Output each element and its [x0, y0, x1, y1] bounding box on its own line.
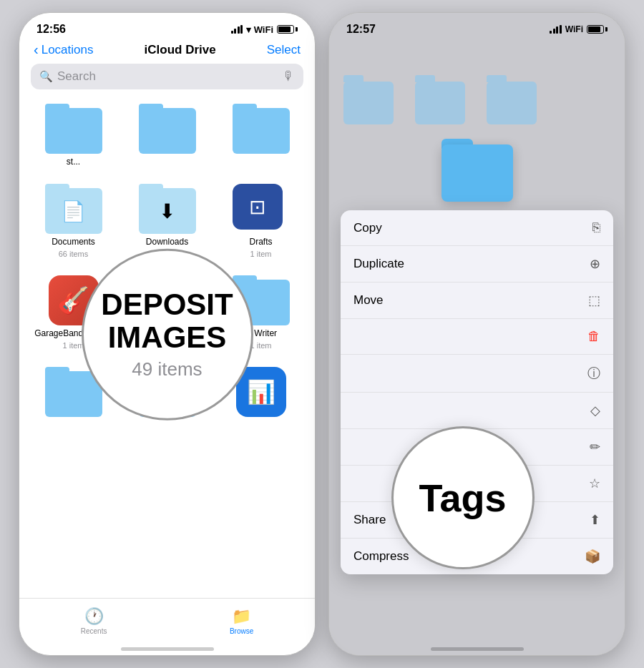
drafts-icon: ⊡ [233, 184, 290, 234]
search-icon: 🔍 [39, 70, 53, 83]
wifi-icon-right: WiFi [565, 24, 583, 34]
time-left: 12:56 [36, 23, 66, 36]
menu-item-info[interactable]: ⓘ [341, 355, 613, 393]
move-label: Move [353, 293, 384, 308]
battery-icon [277, 25, 298, 34]
list-item[interactable]: ⬇ Downloads 50 items [125, 184, 210, 258]
list-item[interactable] [218, 104, 303, 167]
keynote-icon: 📊 [236, 367, 286, 417]
status-icons-right: WiFi [550, 24, 608, 34]
documents-icon: 📄 [45, 184, 102, 234]
nav-bar-left: ‹ Locations iCloud Drive Select [19, 39, 315, 64]
menu-item-delete[interactable]: 🗑 [341, 319, 613, 355]
status-bar-left: 12:56 ▾ WiFi [19, 13, 315, 39]
tags-circle: Tags [391, 426, 535, 569]
folder-icon [139, 104, 196, 154]
magnify-count: 49 items [132, 358, 202, 380]
back-button[interactable]: ‹ Locations [34, 41, 93, 58]
tab-bar: 🕐 Recents 📁 Browse [19, 598, 315, 638]
trash-icon: 🗑 [587, 329, 600, 344]
move-icon: ⬚ [588, 293, 600, 308]
tag-icon: ◇ [590, 403, 600, 418]
folder-count: 66 items [59, 250, 89, 258]
downloads-icon: ⬇ [139, 184, 196, 234]
blurred-folder-2 [415, 82, 465, 124]
selected-folder-area [329, 133, 625, 207]
star-icon: ☆ [589, 476, 600, 491]
duplicate-icon: ⊕ [590, 256, 600, 272]
info-icon: ⓘ [587, 365, 600, 382]
right-phone-content: 12:57 WiFi [329, 13, 625, 655]
signal-icon-right [550, 25, 562, 34]
folder-count: 1 item [63, 341, 84, 350]
list-item[interactable]: 📄 Documents 66 items [31, 184, 116, 258]
list-item[interactable]: ⊡ Drafts 1 item [218, 184, 303, 258]
blurred-folder-3 [487, 82, 537, 124]
battery-icon-right [587, 25, 608, 34]
tab-recents[interactable]: 🕐 Recents [67, 604, 122, 638]
status-icons-left: ▾ WiFi [231, 24, 298, 35]
folder-name: st... [67, 157, 80, 167]
blurred-folder-area [329, 39, 625, 133]
compress-icon: 📦 [585, 549, 600, 564]
blurred-folder-1 [343, 82, 394, 124]
select-button[interactable]: Select [267, 43, 301, 57]
nav-title: iCloud Drive [145, 43, 216, 57]
tags-circle-text: Tags [419, 476, 506, 520]
folder-icon [45, 104, 102, 154]
right-phone: 12:57 WiFi [328, 12, 625, 656]
search-bar[interactable]: 🔍 Search 🎙 [31, 64, 303, 89]
time-right: 12:57 [346, 23, 376, 36]
copy-label: Copy [353, 221, 382, 235]
recents-icon: 🕐 [84, 607, 104, 626]
compress-label: Compress [353, 549, 409, 564]
folder-count: 1 item [250, 341, 272, 350]
share-icon: ⬆ [590, 512, 600, 528]
signal-icon [231, 25, 243, 34]
browse-icon: 📁 [232, 607, 251, 626]
tab-browse[interactable]: 📁 Browse [215, 604, 268, 638]
chevron-left-icon: ‹ [34, 41, 39, 58]
left-phone: 12:56 ▾ WiFi ‹ Locations iCloud Drive Se… [19, 12, 316, 656]
list-item[interactable] [125, 104, 210, 167]
folder-icon [233, 104, 290, 154]
pencil-icon: ✏ [590, 439, 600, 455]
duplicate-label: Duplicate [353, 257, 404, 271]
home-indicator-right [329, 638, 625, 655]
menu-item-duplicate[interactable]: Duplicate ⊕ [341, 246, 613, 283]
mic-icon[interactable]: 🎙 [283, 69, 295, 84]
folder-name: Downloads [146, 237, 188, 247]
folder-count: 1 item [250, 250, 272, 258]
status-bar-right: 12:57 WiFi [329, 13, 625, 39]
selected-folder [441, 139, 513, 202]
tab-recents-label: Recents [81, 627, 107, 635]
search-input[interactable]: Search [57, 69, 278, 84]
wifi-icon: ▾ WiFi [246, 24, 273, 35]
folder-name: Documents [52, 237, 95, 247]
copy-icon: ⎘ [592, 220, 600, 235]
menu-item-tags[interactable]: ◇ [341, 393, 613, 429]
home-indicator-left [19, 638, 315, 655]
folder-name: Drafts [249, 237, 272, 247]
magnify-title: DEPOSIT IMAGES [84, 288, 251, 354]
list-item[interactable]: st... [31, 104, 116, 167]
back-label: Locations [42, 43, 94, 57]
menu-item-move[interactable]: Move ⬚ [341, 283, 613, 319]
share-label: Share [353, 513, 386, 527]
magnify-circle: DEPOSIT IMAGES 49 items [82, 248, 253, 420]
menu-item-copy[interactable]: Copy ⎘ [341, 210, 613, 246]
tab-browse-label: Browse [230, 627, 253, 635]
